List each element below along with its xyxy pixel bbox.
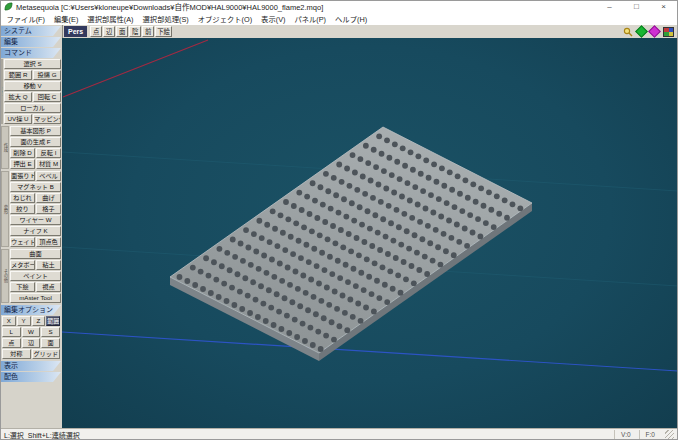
edit-option-row: 点辺面 bbox=[2, 338, 60, 348]
material-palette-icon[interactable] bbox=[663, 27, 674, 37]
command-row: ペイント bbox=[10, 271, 61, 281]
maximize-button[interactable]: □ bbox=[623, 0, 650, 14]
edit-option-button[interactable]: Y bbox=[17, 316, 31, 326]
command-button[interactable]: 削除 D bbox=[10, 148, 35, 158]
view-toggle-button[interactable]: 前 bbox=[142, 26, 154, 37]
command-button[interactable]: 投縄 G bbox=[33, 70, 61, 80]
status-counter: V:0 bbox=[614, 430, 637, 439]
command-button[interactable]: ワイヤー W bbox=[10, 215, 61, 225]
view-toggle-button[interactable]: 陰 bbox=[129, 26, 141, 37]
command-rows: 曲面メタボール粘土ペイント下絵視点mAster Tool bbox=[9, 249, 61, 303]
metasequoia-leaf-icon bbox=[4, 2, 13, 11]
command-button[interactable]: 反転 I bbox=[36, 148, 61, 158]
statusbar: L:選択 Shift+L:連続選択 V:0F:0 bbox=[0, 428, 678, 440]
edit-option-button[interactable]: 範囲 bbox=[46, 316, 60, 326]
edit-option-button[interactable]: グリッド bbox=[32, 349, 61, 359]
edit-option-button[interactable]: 面 bbox=[41, 338, 60, 348]
command-button[interactable]: 曲面 bbox=[10, 249, 61, 259]
rotate-magenta-icon[interactable] bbox=[648, 25, 661, 38]
status-hint: L:選択 Shift+L:連続選択 bbox=[4, 430, 80, 440]
command-button[interactable]: 選択 S bbox=[4, 59, 61, 69]
menu-item[interactable]: パネル(P) bbox=[290, 14, 331, 24]
command-button[interactable]: ペイント bbox=[10, 271, 61, 281]
panel-header-command[interactable]: コマンド bbox=[1, 48, 61, 58]
command-row: 移動 V bbox=[4, 81, 61, 91]
command-button[interactable]: マッピング bbox=[33, 114, 61, 124]
menu-item[interactable]: ファイル(F) bbox=[2, 14, 50, 24]
command-button[interactable]: 格子 bbox=[36, 204, 61, 214]
command-row: 下絵視点 bbox=[10, 282, 61, 292]
command-button[interactable]: ウェイト bbox=[10, 237, 35, 247]
command-rows: 選択 S範囲 R投縄 G移動 V拡大 Q回転 CローカルUV操 Uマッピング bbox=[3, 59, 61, 124]
edit-option-button[interactable]: X bbox=[2, 316, 16, 326]
command-button[interactable]: UV操 U bbox=[4, 114, 32, 124]
resize-grip-icon[interactable] bbox=[665, 430, 674, 439]
command-button[interactable]: 粘土 bbox=[36, 260, 61, 270]
view-toolbar-icons bbox=[623, 27, 678, 37]
command-button[interactable]: 面張り H bbox=[10, 171, 35, 181]
command-button[interactable]: mAster Tool bbox=[10, 293, 61, 303]
edit-option-button[interactable]: S bbox=[41, 327, 60, 337]
command-button[interactable]: 押出 E bbox=[10, 159, 35, 169]
rotate-green-icon[interactable] bbox=[635, 25, 648, 38]
command-row: ナイフ K bbox=[10, 226, 61, 236]
viewport-canvas[interactable] bbox=[62, 38, 678, 429]
zoom-icon[interactable] bbox=[623, 27, 633, 37]
command-button[interactable]: 面の生成 F bbox=[10, 137, 61, 147]
menu-item[interactable]: 編集(E) bbox=[50, 14, 83, 24]
command-button[interactable]: 材質 M bbox=[36, 159, 61, 169]
command-button[interactable]: 頂点色 bbox=[36, 237, 61, 247]
command-button[interactable]: ローカル bbox=[4, 103, 61, 113]
command-group: 変形面張り Hベベルマグネット Bねじれ曲げ絞り格子ワイヤー Wナイフ Kウェイ… bbox=[1, 171, 61, 247]
command-button[interactable]: 範囲 R bbox=[4, 70, 32, 80]
panel-header-system[interactable]: システム bbox=[1, 26, 61, 36]
menu-item[interactable]: オブジェクト(O) bbox=[193, 14, 256, 24]
edit-option-button[interactable]: 対称 bbox=[2, 349, 31, 359]
edit-option-button[interactable]: Z bbox=[32, 316, 46, 326]
panel-header-display[interactable]: 表示 bbox=[1, 361, 61, 371]
edit-option-button[interactable]: 点 bbox=[2, 338, 21, 348]
command-group-tab: その他 bbox=[1, 249, 9, 303]
command-button[interactable]: メタボール bbox=[10, 260, 35, 270]
command-button[interactable]: 絞り bbox=[10, 204, 35, 214]
command-group-tab: 作成 bbox=[1, 126, 9, 169]
minimize-button[interactable]: – bbox=[596, 0, 623, 14]
window-controls: – □ × bbox=[596, 0, 677, 14]
menu-item[interactable]: 選択部属性(A) bbox=[83, 14, 138, 24]
command-button[interactable]: 回転 C bbox=[33, 92, 61, 102]
menu-item[interactable]: ヘルプ(H) bbox=[331, 14, 372, 24]
view-toggle-button[interactable]: 下絵 bbox=[155, 26, 172, 37]
view-mode-tab[interactable]: Pers bbox=[64, 26, 87, 37]
command-button[interactable]: ベベル bbox=[36, 171, 61, 181]
close-button[interactable]: × bbox=[650, 0, 677, 14]
command-button[interactable]: マグネット B bbox=[10, 182, 61, 192]
command-button[interactable]: ねじれ bbox=[10, 193, 35, 203]
viewport-3d[interactable] bbox=[62, 38, 678, 429]
command-row: ウェイト頂点色 bbox=[10, 237, 61, 247]
command-button[interactable]: 拡大 Q bbox=[4, 92, 32, 102]
command-button[interactable]: ナイフ K bbox=[10, 226, 61, 236]
view-toggle-button[interactable]: 面 bbox=[116, 26, 128, 37]
command-row: 拡大 Q回転 C bbox=[4, 92, 61, 102]
command-button[interactable]: 視点 bbox=[36, 282, 61, 292]
panel-header-edit[interactable]: 編集 bbox=[1, 37, 61, 47]
menubar: ファイル(F)編集(E)選択部属性(A)選択部処理(S)オブジェクト(O)表示(… bbox=[0, 13, 372, 25]
edit-option-button[interactable]: W bbox=[22, 327, 41, 337]
panel-header-colors[interactable]: 配色 bbox=[1, 372, 61, 382]
edit-option-button[interactable]: L bbox=[2, 327, 21, 337]
titlebar: Metasequoia [C:¥Users¥kloneupe¥Downloads… bbox=[0, 0, 678, 13]
menu-item[interactable]: 表示(V) bbox=[257, 14, 290, 24]
command-button[interactable]: 基本図形 P bbox=[10, 126, 61, 136]
panel-header-edit-options[interactable]: 編集オプション bbox=[1, 305, 61, 315]
menu-item[interactable]: 選択部処理(S) bbox=[138, 14, 193, 24]
command-group: 選択選択 S範囲 R投縄 G移動 V拡大 Q回転 CローカルUV操 Uマッピング bbox=[1, 59, 61, 124]
view-toggle-button[interactable]: 点 bbox=[90, 26, 102, 37]
edit-option-button[interactable]: 辺 bbox=[22, 338, 41, 348]
view-toggle-button[interactable]: 辺 bbox=[103, 26, 115, 37]
command-button[interactable]: 曲げ bbox=[36, 193, 61, 203]
command-button[interactable]: 移動 V bbox=[4, 81, 61, 91]
command-button[interactable]: 下絵 bbox=[10, 282, 35, 292]
command-row: メタボール粘土 bbox=[10, 260, 61, 270]
command-row: マグネット B bbox=[10, 182, 61, 192]
z-axis-line bbox=[62, 332, 678, 371]
